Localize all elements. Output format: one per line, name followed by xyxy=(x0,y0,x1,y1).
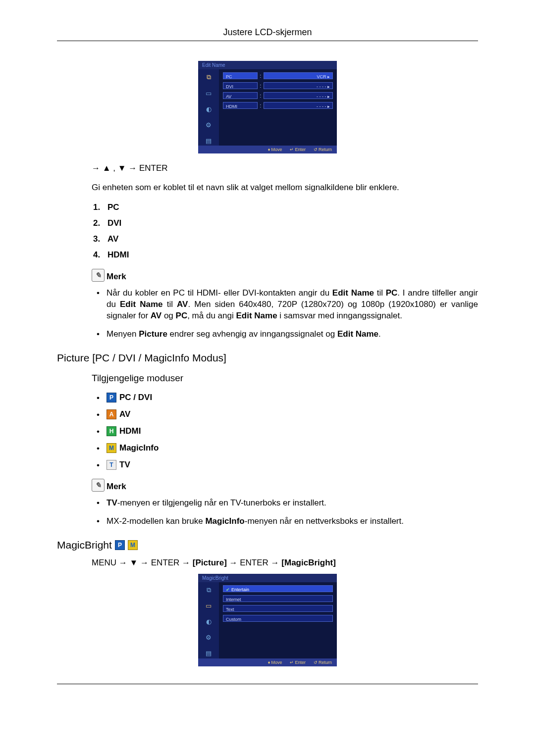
page-header: Justere LCD-skjermen xyxy=(57,27,478,38)
note-icon: ✎ xyxy=(92,479,105,492)
mode-item: P PC / DVI xyxy=(92,393,478,403)
osd-icon-picture: ▭ xyxy=(204,88,214,98)
osd-row-label: HDMI xyxy=(223,102,258,109)
input-list: PC DVI AV HDMI xyxy=(92,202,478,260)
osd-icon-multi: ▤ xyxy=(204,649,214,658)
mode-item: H HDMI xyxy=(92,426,478,436)
osd-option: Text xyxy=(223,605,333,612)
osd-option: Custom xyxy=(223,615,333,622)
osd-icon-sound: ◐ xyxy=(204,617,214,627)
sub-modes: Tilgjengelige moduser xyxy=(92,373,478,384)
menu-path: MENU → ▼ → ENTER → [Picture] → ENTER → [… xyxy=(92,558,478,568)
osd-icon-input: ⧉ xyxy=(204,72,214,82)
osd-icon-picture: ▭ xyxy=(204,601,214,611)
osd-row-value: - - - - ▸ xyxy=(264,82,333,89)
mode-item: A AV xyxy=(92,409,478,419)
osd-sidebar: ⧉ ▭ ◐ ⚙ ▤ xyxy=(198,69,219,146)
list-item: PC xyxy=(103,202,478,212)
badge-p-icon: P xyxy=(115,540,125,550)
mode-item: M MagicInfo xyxy=(92,443,478,453)
osd-row-label: PC xyxy=(223,72,258,79)
note-heading: ✎ Merk xyxy=(92,479,478,492)
notes-list-2: TV-menyen er tilgjengelig når en TV-tune… xyxy=(92,498,478,527)
osd-row-value: - - - - ▸ xyxy=(264,102,333,109)
osd-row-value: VCR ▸ xyxy=(264,72,333,79)
note-item: TV-menyen er tilgjengelig når en TV-tune… xyxy=(92,498,478,509)
osd-option: Internet xyxy=(223,595,333,602)
note-heading: ✎ Merk xyxy=(92,269,478,282)
osd-title: Edit Name xyxy=(198,61,337,69)
badge-a-icon: A xyxy=(107,409,116,419)
osd-row-value: - - - - ▸ xyxy=(264,92,333,99)
intro-text: Gi enheten som er koblet til et navn sli… xyxy=(92,182,478,194)
note-item: Når du kobler en PC til HDMI- eller DVI-… xyxy=(92,288,478,322)
osd-row-label: DVI xyxy=(223,82,258,89)
list-item: HDMI xyxy=(103,250,478,260)
badge-m-icon: M xyxy=(107,443,116,453)
note-item: MX-2-modellen kan bruke MagicInfo-menyen… xyxy=(92,516,478,527)
osd-icon-setup: ⚙ xyxy=(204,120,214,130)
mode-item: T TV xyxy=(92,460,478,470)
section-magicbright: MagicBright P M xyxy=(57,539,478,551)
header-rule xyxy=(57,41,478,41)
footer-rule xyxy=(57,684,478,684)
list-item: DVI xyxy=(103,218,478,228)
list-item: AV xyxy=(103,234,478,244)
notes-list: Når du kobler en PC til HDMI- eller DVI-… xyxy=(92,288,478,340)
osd-option: ✔Entertain xyxy=(223,585,333,592)
osd-sidebar: ⧉ ▭ ◐ ⚙ ▤ xyxy=(198,582,219,658)
badge-p-icon: P xyxy=(107,393,116,403)
osd-title: MagicBright xyxy=(198,574,337,582)
osd-row-label: AV xyxy=(223,92,258,99)
osd-magicbright: MagicBright ⧉ ▭ ◐ ⚙ ▤ ✔Entertain Interne… xyxy=(198,574,337,666)
osd-icon-input: ⧉ xyxy=(204,585,214,595)
osd-icon-multi: ▤ xyxy=(204,136,214,146)
osd-icon-sound: ◐ xyxy=(204,104,214,114)
modes-list: P PC / DVI A AV H HDMI M MagicInfo T TV xyxy=(92,393,478,470)
osd-footer: ♦Move ↵Enter ↺Return xyxy=(198,658,337,666)
osd-footer: ♦Move ↵Enter ↺Return xyxy=(198,146,337,153)
nav-sequence: → ▲ , ▼ → ENTER xyxy=(92,163,478,173)
osd-edit-name: Edit Name ⧉ ▭ ◐ ⚙ ▤ PC : VCR ▸ DVI : - -… xyxy=(198,61,337,153)
note-item: Menyen Picture endrer seg avhengig av in… xyxy=(92,329,478,340)
badge-h-icon: H xyxy=(107,426,116,436)
badge-m-icon: M xyxy=(128,540,138,550)
osd-icon-setup: ⚙ xyxy=(204,633,214,643)
note-icon: ✎ xyxy=(92,269,105,282)
section-picture: Picture [PC / DVI / MagicInfo Modus] xyxy=(57,352,478,364)
badge-t-icon: T xyxy=(107,460,116,470)
